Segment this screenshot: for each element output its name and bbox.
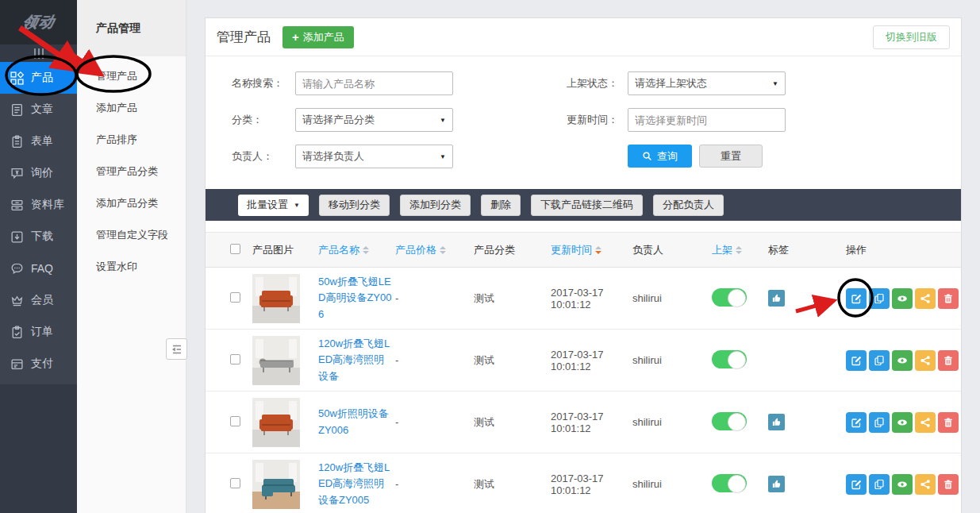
product-image[interactable]: [252, 460, 300, 509]
submenu-item-manage-categories[interactable]: 管理产品分类: [77, 156, 186, 187]
name-search-input[interactable]: [295, 71, 453, 95]
sidebar-item-label: 产品: [31, 71, 53, 85]
app-logo[interactable]: 领动: [0, 0, 77, 44]
row-checkbox[interactable]: [230, 354, 240, 364]
update-time-input[interactable]: [628, 108, 786, 132]
product-image[interactable]: [252, 398, 300, 447]
form-icon: [10, 135, 24, 148]
row-checkbox[interactable]: [230, 478, 240, 488]
share-button[interactable]: [915, 412, 936, 433]
share-button[interactable]: [915, 288, 936, 309]
reset-button[interactable]: 重置: [699, 145, 763, 168]
col-header-price-sort[interactable]: 产品价格: [395, 233, 474, 268]
category-label: 分类：: [232, 108, 263, 132]
submenu-item-add-category[interactable]: 添加产品分类: [77, 187, 186, 219]
product-image[interactable]: [252, 336, 300, 385]
inquiry-icon: [10, 167, 24, 180]
delete-row-button[interactable]: [938, 350, 959, 371]
plus-icon: +: [292, 31, 299, 43]
listed-toggle[interactable]: [712, 288, 747, 307]
primary-menu: 产品 文章 表单 询价 资料库 下载 FAQ 会员: [0, 62, 77, 384]
submenu-item-manage-products[interactable]: 管理产品: [77, 60, 186, 92]
sidebar-item-forms[interactable]: 表单: [0, 125, 77, 157]
product-category: 测试: [474, 268, 551, 330]
col-header-listed-sort[interactable]: 上架: [700, 233, 759, 268]
sidebar-item-inquiry[interactable]: 询价: [0, 157, 77, 189]
thumbs-up-tag[interactable]: [768, 476, 785, 492]
sidebar-item-products[interactable]: 产品: [0, 62, 77, 94]
copy-button[interactable]: [869, 350, 890, 371]
sidebar-item-downloads[interactable]: 下载: [0, 221, 77, 253]
submenu-item-custom-fields[interactable]: 管理自定义字段: [77, 219, 186, 251]
status-select[interactable]: 请选择上架状态 ▼: [628, 71, 786, 95]
copy-button[interactable]: [869, 412, 890, 433]
edit-button[interactable]: [846, 474, 867, 495]
share-icon: [920, 293, 931, 304]
row-checkbox[interactable]: [230, 416, 240, 426]
query-button[interactable]: 查询: [628, 145, 692, 168]
sidebar-item-payments[interactable]: 支付: [0, 348, 77, 380]
category-select[interactable]: 请选择产品分类 ▼: [295, 108, 453, 132]
product-name-link[interactable]: 120w折叠飞翅LED高海湾照明设备: [318, 336, 394, 384]
share-button[interactable]: [915, 350, 936, 371]
card-header: 管理产品 + 添加产品 切换到旧版: [206, 18, 961, 56]
sidebar-item-label: FAQ: [31, 262, 53, 275]
table-row: 50w折照明设备ZY006 - 测试 2017-03-17 10:01:12 s…: [206, 392, 961, 453]
copy-button[interactable]: [869, 474, 890, 495]
primary-sidebar: 领动 产品 文章 表单 询价 资料库 下载 FAQ: [0, 0, 77, 513]
bulk-actions-toolbar: 批量设置 ▼ 移动到分类 添加到分类 删除 下载产品链接二维码 分配负责人: [206, 189, 961, 221]
add-product-button[interactable]: + 添加产品: [282, 26, 354, 48]
preview-button[interactable]: [892, 350, 913, 371]
submenu-item-add-product[interactable]: 添加产品: [77, 92, 186, 124]
sidebar-item-orders[interactable]: 订单: [0, 316, 77, 348]
delete-button[interactable]: 删除: [481, 195, 521, 216]
edit-button[interactable]: [846, 288, 867, 309]
delete-row-button[interactable]: [938, 474, 959, 495]
assign-owner-button[interactable]: 分配负责人: [653, 195, 724, 216]
move-to-category-button[interactable]: 移动到分类: [319, 195, 390, 216]
delete-row-button[interactable]: [938, 288, 959, 309]
copy-button[interactable]: [869, 288, 890, 309]
submenu-item-watermark[interactable]: 设置水印: [77, 251, 186, 283]
select-all-checkbox[interactable]: [230, 244, 240, 254]
sidebar-item-members[interactable]: 会员: [0, 284, 77, 316]
product-name-link[interactable]: 50w折照明设备ZY006: [318, 406, 394, 438]
col-header-image: 产品图片: [240, 233, 318, 268]
col-header-updated-sort[interactable]: 更新时间: [551, 233, 632, 268]
product-name-link[interactable]: 50w折叠飞翅LED高明设备ZY006: [318, 274, 394, 322]
listed-toggle[interactable]: [712, 412, 747, 430]
col-header-name-sort[interactable]: 产品名称: [318, 233, 395, 268]
preview-button[interactable]: [892, 412, 913, 433]
sidebar-item-library[interactable]: 资料库: [0, 189, 77, 221]
delete-row-button[interactable]: [938, 412, 959, 433]
select-caret-icon: ▼: [440, 117, 446, 124]
product-image[interactable]: [252, 274, 300, 323]
thumbs-up-tag[interactable]: [768, 290, 785, 307]
listed-toggle[interactable]: [712, 474, 747, 492]
download-qrcode-button[interactable]: 下载产品链接二维码: [531, 195, 643, 216]
edit-button[interactable]: [846, 412, 867, 433]
submenu-item-product-sort[interactable]: 产品排序: [77, 124, 186, 156]
payment-icon: [10, 357, 24, 371]
preview-button[interactable]: [892, 288, 913, 309]
eye-icon: [897, 293, 908, 304]
share-icon: [920, 355, 931, 366]
product-name-link[interactable]: 120w折叠飞翅LED高海湾照明设备ZY005: [318, 460, 394, 507]
thumbs-up-tag[interactable]: [768, 414, 785, 430]
edit-button[interactable]: [846, 350, 867, 371]
add-to-category-button[interactable]: 添加到分类: [400, 195, 471, 216]
sidebar-collapse-handle[interactable]: [0, 44, 77, 62]
row-checkbox[interactable]: [230, 292, 240, 303]
switch-to-old-version-button[interactable]: 切换到旧版: [873, 25, 950, 49]
sidebar-item-label: 支付: [31, 357, 53, 371]
sidebar-item-articles[interactable]: 文章: [0, 94, 77, 125]
share-button[interactable]: [915, 474, 936, 495]
listed-toggle[interactable]: [712, 350, 747, 368]
bulk-settings-dropdown[interactable]: 批量设置 ▼: [238, 195, 309, 216]
submenu-collapse-button[interactable]: [166, 338, 187, 360]
trash-icon: [943, 479, 954, 490]
sidebar-item-faq[interactable]: FAQ: [0, 253, 77, 284]
copy-icon: [874, 479, 885, 490]
owner-select[interactable]: 请选择负责人 ▼: [295, 145, 453, 168]
preview-button[interactable]: [892, 474, 913, 495]
